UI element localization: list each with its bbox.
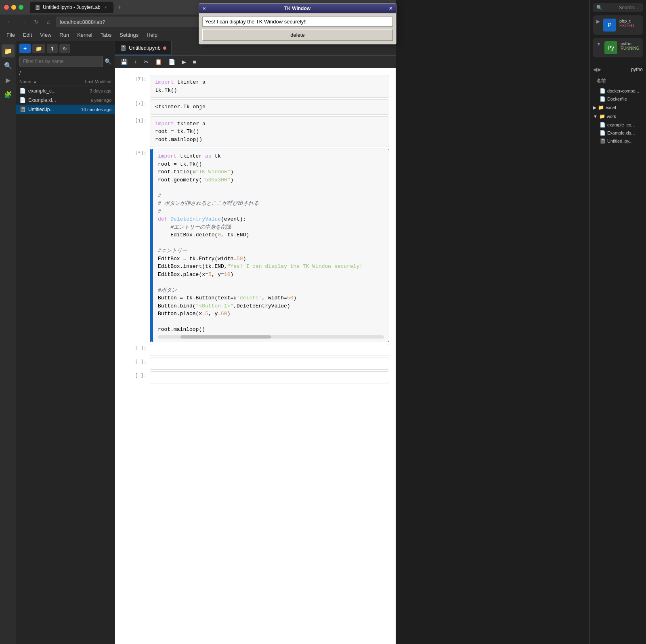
rfe-forward-button[interactable]: ▶ (598, 67, 601, 72)
cell-content-2[interactable]: <tkinter.Tk obje (150, 99, 389, 115)
tk-title-bar[interactable]: ✕ TK Window ✕ (199, 4, 396, 13)
menu-kernel[interactable]: Kernel (74, 31, 96, 39)
new-file-button[interactable]: + (19, 44, 31, 53)
cell-content-6[interactable] (150, 358, 389, 370)
close-button[interactable] (4, 5, 9, 10)
reload-button[interactable]: ↻ (31, 18, 41, 26)
menu-run[interactable]: Run (56, 31, 72, 39)
new-tab-button[interactable]: + (115, 3, 124, 12)
file-item-1[interactable]: 📄 Example.xl... a year ago (16, 95, 115, 105)
rfe-folder-excel[interactable]: ▶ 📁 excel (593, 103, 643, 112)
tk-entry-field[interactable] (202, 17, 393, 27)
menu-settings[interactable]: Settings (116, 31, 142, 39)
service-php-info: php_t EXITED (619, 19, 640, 28)
service-python-info: pytho RUNNING (621, 41, 640, 51)
rfe-file-untitled-ipy[interactable]: 📓 Untitled.ipy... (593, 137, 643, 145)
cell-code-2: <tkinter.Tk obje (155, 103, 384, 111)
rfe-folder-work-folder-icon: 📁 (599, 114, 605, 119)
cell-number-5: [ ]: (122, 344, 150, 356)
run-button[interactable]: ▶ (179, 57, 189, 66)
sort-icon: ▲ (33, 79, 37, 84)
cell-content-3[interactable]: import tkinter a root = tk.Tk() root.mai… (150, 116, 389, 147)
horizontal-scrollbar[interactable] (158, 335, 384, 339)
tk-close-button[interactable]: ✕ (389, 6, 393, 11)
home-button[interactable]: ⌂ (44, 18, 52, 26)
add-cell-button[interactable]: + (132, 57, 140, 66)
service-python[interactable]: ▼ Py pytho RUNNING (593, 38, 643, 57)
maximize-button[interactable] (19, 5, 23, 10)
search-input[interactable] (19, 56, 103, 67)
rfe-file-icon-sub-2: 📓 (600, 138, 606, 144)
save-button[interactable]: 💾 (118, 57, 130, 66)
menu-edit[interactable]: Edit (20, 31, 35, 39)
minimize-button[interactable] (11, 5, 16, 10)
cell-content-4[interactable]: import tkinter as tk root = tk.Tk() root… (151, 149, 389, 342)
sidebar-icon-extensions[interactable]: 🧩 (2, 88, 15, 101)
cell-content-7[interactable] (150, 371, 389, 383)
service-python-status: RUNNING (621, 46, 640, 51)
copy-button[interactable]: 📋 (153, 57, 164, 66)
menu-view[interactable]: View (37, 31, 55, 39)
refresh-button[interactable]: ↻ (59, 44, 70, 53)
file-date-1: a year ago (67, 98, 111, 103)
right-panel-top: 🔍 Search... ▶ P php_t EXITED ▼ Py pytho … (590, 0, 646, 64)
search-submit-button[interactable]: 🔍 (105, 58, 111, 65)
file-date-0: 3 days ago (67, 88, 111, 93)
right-panel: 🔍 Search... ▶ P php_t EXITED ▼ Py pytho … (589, 0, 646, 644)
cell-content-1[interactable]: import tkinter a tk.Tk() (150, 75, 389, 98)
file-item-0[interactable]: 📄 example_c... 3 days ago (16, 86, 115, 95)
paste-button[interactable]: 📄 (166, 57, 178, 66)
stop-button[interactable]: ■ (190, 57, 198, 66)
rfe-file-dockerfile[interactable]: 📄 Dockerfile (593, 95, 643, 103)
tk-window-icon: ✕ (202, 6, 206, 11)
notebook-toolbar: 💾 + ✂ 📋 📄 ▶ ■ (115, 56, 396, 68)
breadcrumb-root[interactable]: / (19, 70, 21, 76)
forward-button[interactable]: → (18, 18, 28, 26)
tk-delete-button[interactable]: delete (202, 29, 393, 41)
sidebar-icon-search[interactable]: 🔍 (2, 59, 15, 72)
right-search-icon: 🔍 (596, 5, 617, 11)
back-button[interactable]: ← (4, 18, 15, 26)
file-item-2[interactable]: 📓 Untitled.ip... 10 minutes ago (16, 105, 115, 114)
rfe-folder-work-icon: ▼ (593, 114, 598, 119)
right-search-placeholder: Search... (619, 5, 640, 11)
breadcrumb: / (16, 69, 115, 78)
file-list-header: Name ▲ Last Modified (16, 78, 115, 86)
rfe-file-name-0: docker-compo... (607, 88, 639, 93)
new-folder-button[interactable]: 📁 (32, 44, 45, 53)
menu-tabs[interactable]: Tabs (97, 31, 115, 39)
file-browser-toolbar: + 📁 ⬆ ↻ (16, 41, 115, 56)
scrollbar-thumb[interactable] (180, 335, 271, 339)
menu-help[interactable]: Help (143, 31, 161, 39)
cut-button[interactable]: ✂ (141, 57, 151, 66)
rfe-file-example-co[interactable]: 📄 example_co... (593, 121, 643, 129)
service-php[interactable]: ▶ P php_t EXITED (593, 15, 643, 35)
rfe-folder-work[interactable]: ▼ 📁 work (593, 112, 643, 121)
rfe-back-button[interactable]: ◀ (593, 67, 597, 72)
file-list: 📄 example_c... 3 days ago 📄 Example.xl..… (16, 86, 115, 644)
rfe-file-example-xls[interactable]: 📄 Example.xls... (593, 129, 643, 137)
file-icon-1: 📄 (19, 97, 26, 103)
notebook-area: 📓 Untitled.ipynb 💾 + ✂ 📋 📄 ▶ ■ [7]: (115, 41, 396, 644)
service-php-name: php_t (619, 19, 640, 23)
service-python-expand[interactable]: ▼ (596, 41, 601, 47)
new-icon: + (23, 45, 27, 52)
cell-content-5[interactable] (150, 344, 389, 356)
upload-button[interactable]: ⬆ (47, 44, 58, 53)
right-search-bar[interactable]: 🔍 Search... (593, 3, 643, 12)
rfe-label: 名前 (596, 78, 606, 84)
browser-tab-active[interactable]: 📓 Untitled.ipynb - JupyterLab × (30, 2, 113, 13)
tab-icon: 📓 (35, 5, 40, 10)
rfe-file-docker-compose[interactable]: 📄 docker-compo... (593, 87, 643, 95)
tab-close-button[interactable]: × (103, 4, 109, 10)
sidebar-icon-files[interactable]: 📁 (2, 44, 15, 57)
notebook-content[interactable]: [7]: import tkinter a tk.Tk() [7]: <tkin… (115, 68, 396, 644)
tk-window[interactable]: ✕ TK Window ✕ delete (199, 3, 396, 44)
col-modified-header[interactable]: Last Modified (67, 79, 111, 84)
service-php-expand[interactable]: ▶ (596, 19, 600, 24)
sidebar-icon-run[interactable]: ▶ (2, 74, 15, 86)
menu-file[interactable]: File (3, 31, 18, 39)
col-name-header[interactable]: Name ▲ (19, 79, 67, 84)
file-name-2: Untitled.ip... (28, 107, 67, 112)
notebook-tab-untitled[interactable]: 📓 Untitled.ipynb (115, 41, 172, 55)
